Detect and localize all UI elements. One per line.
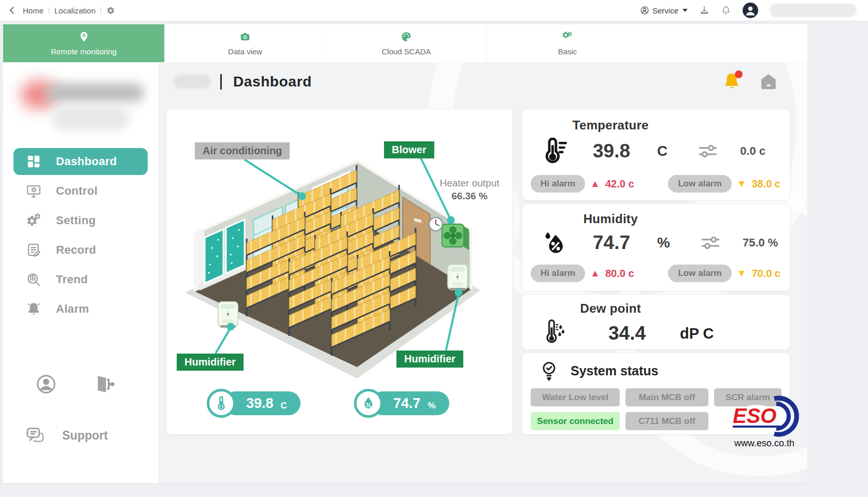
tab-label: Remote monitoring — [51, 47, 117, 56]
air-conditioning-label: Air conditioning — [195, 142, 290, 159]
gears-icon — [26, 213, 41, 228]
download-icon[interactable] — [699, 5, 709, 16]
hi-alarm-pill: Hi alarm — [531, 265, 585, 282]
profile-icon[interactable] — [35, 373, 57, 395]
palette-icon — [401, 31, 412, 42]
logout-door-icon[interactable] — [93, 373, 115, 395]
settings-gear-icon[interactable] — [106, 6, 115, 15]
title-prefix-redacted — [174, 75, 211, 89]
alerts-bell-icon[interactable] — [722, 71, 742, 91]
humidity-readout-unit: % — [428, 401, 436, 411]
support-label: Support — [62, 429, 108, 443]
bulb-check-icon — [540, 361, 558, 381]
humidifier-left-label: Humidifier — [177, 354, 244, 371]
tab-basic[interactable]: Basic — [487, 24, 648, 62]
humidity-readout: 74.7 % — [354, 389, 449, 418]
system-status-title: System status — [571, 363, 659, 378]
breadcrumb-separator — [49, 7, 49, 14]
tab-cloud-scada[interactable]: Cloud SCADA — [325, 24, 487, 62]
low-alarm-value: 38.0 c — [751, 178, 780, 190]
up-triangle-icon: ▲ — [590, 178, 600, 189]
dew-thermometer-icon — [543, 319, 566, 348]
down-triangle-icon: ▼ — [737, 178, 747, 189]
sliders-icon[interactable] — [698, 142, 718, 160]
sidebar-item-trend[interactable]: Trend — [13, 266, 148, 293]
sidebar-item-setting[interactable]: Setting — [13, 207, 148, 234]
dew-point-unit: dP C — [680, 325, 714, 342]
heater-output: Heater output 66.36 % — [425, 177, 514, 202]
up-triangle-icon: ▲ — [590, 268, 600, 279]
humidifier-right-label: Humidifier — [396, 350, 463, 368]
bell-icon — [26, 301, 41, 317]
eso-logo-text: ESO — [733, 404, 776, 427]
sidebar-item-label: Alarm — [56, 302, 89, 316]
sidebar-item-record[interactable]: Record — [13, 237, 148, 264]
low-alarm-value: 70.0 c — [751, 268, 780, 280]
breadcrumb-home[interactable]: Home — [23, 6, 44, 15]
topbar: Home Localization Service — [0, 0, 868, 21]
sidebar-item-label: Record — [56, 243, 96, 257]
humidity-panel: Humidity 74.7 % 75.0 % Hi alarm ▲ 80.0 c… — [522, 203, 790, 291]
temperature-readout-value: 39.8 — [246, 396, 274, 412]
location-pin-icon — [78, 31, 90, 42]
panel-title: Dew point — [522, 301, 699, 316]
breadcrumb-localization[interactable]: Localization — [54, 6, 95, 15]
chat-bubbles-icon — [25, 425, 46, 446]
page-title: Dashboard — [233, 74, 312, 90]
sidebar-item-label: Control — [56, 184, 97, 198]
notifications-bell-icon[interactable] — [721, 5, 731, 16]
status-badge-sensor-connected: Sensor connected — [531, 412, 620, 430]
dew-point-panel: Dew point 34.4 dP C — [522, 294, 790, 350]
temperature-panel: Temperature 39.8 C 0.0 c Hi alarm ▲ 42.0… — [522, 109, 790, 201]
tab-label: Basic — [558, 47, 577, 56]
sidebar-item-label: Setting — [56, 214, 96, 227]
temperature-readout: 39.8 C — [207, 389, 301, 418]
tab-remote-monitoring[interactable]: Remote monitoring — [3, 24, 164, 62]
gears-icon — [562, 31, 573, 42]
eso-logo: ESO — [730, 396, 803, 438]
app-root: Home Localization Service — [0, 0, 868, 497]
hi-alarm-value: 42.0 c — [605, 178, 634, 190]
down-triangle-icon: ▼ — [737, 268, 747, 279]
monitor-gear-icon — [26, 183, 41, 199]
avatar[interactable] — [743, 3, 758, 18]
floorplan-card: Air conditioning Blower Heater output 66… — [166, 109, 513, 435]
back-icon[interactable] — [7, 5, 18, 16]
panel-title: Temperature — [522, 118, 699, 133]
humidity-unit: % — [657, 235, 670, 251]
humidity-readout-value: 74.7 — [393, 396, 421, 412]
sidebar-item-label: Dashboard — [56, 155, 117, 168]
username-redacted — [770, 4, 857, 17]
magnifier-chart-icon — [26, 272, 41, 287]
hi-alarm-value: 80.0 c — [605, 268, 634, 280]
sliders-icon[interactable] — [700, 234, 721, 252]
dew-point-value: 34.4 — [608, 323, 646, 344]
droplet-percent-icon — [541, 229, 568, 256]
sidebar-item-support[interactable]: Support — [3, 425, 158, 446]
humidity-value: 74.7 — [593, 232, 630, 254]
sidebar-item-dashboard[interactable]: Dashboard — [13, 148, 148, 175]
sidebar-item-control[interactable]: Control — [13, 178, 148, 204]
home-icon[interactable] — [758, 71, 779, 91]
heater-output-value: 66.36 % — [451, 191, 488, 201]
service-menu[interactable]: Service — [640, 6, 688, 15]
status-badge-water-low-level: Water Low level — [531, 388, 620, 406]
status-badge-main-mcb-off: Main MCB off — [625, 388, 708, 406]
grid-icon — [26, 154, 41, 169]
droplet-icon — [354, 389, 383, 418]
tab-data-view[interactable]: Data view — [164, 24, 325, 62]
sidebar-item-alarm[interactable]: Alarm — [13, 296, 148, 323]
temperature-readout-unit: C — [281, 401, 287, 411]
service-label: Service — [652, 6, 678, 15]
panel-title: Humidity — [522, 212, 699, 226]
user-circle-icon — [640, 6, 649, 15]
alert-badge-dot — [735, 70, 743, 78]
status-badge-c711-mcb-off: C711 MCB off — [625, 412, 708, 430]
breadcrumb-separator — [101, 7, 101, 14]
thermometer-icon — [207, 389, 236, 418]
eso-website: www.eso.co.th — [720, 438, 808, 449]
tab-label: Data view — [228, 47, 262, 56]
low-alarm-pill: Low alarm — [668, 175, 731, 193]
tab-label: Cloud SCADA — [381, 47, 431, 56]
document-pencil-icon — [26, 242, 41, 258]
